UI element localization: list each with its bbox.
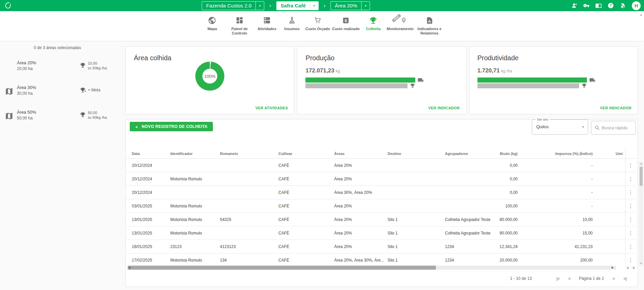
nav-colheita[interactable]: Colheita xyxy=(361,16,386,31)
col-areas[interactable]: Áreas xyxy=(334,152,388,156)
area-list-item[interactable]: Área 50% 50,00 ha 50,00sc 60kg /ha xyxy=(0,107,117,127)
aegro-logo-icon[interactable] xyxy=(4,2,12,9)
row-menu-button[interactable]: ⋮ xyxy=(625,213,636,226)
nav-atividades[interactable]: Atividades xyxy=(254,16,279,31)
scroll-down-icon[interactable]: ▼ xyxy=(639,262,643,265)
area-list-item[interactable]: Área 20% 20,00 ha 10,00sc 60kg /ha xyxy=(0,58,117,77)
trophy-icon xyxy=(581,83,587,88)
cell-areas: Área 20% xyxy=(334,204,388,208)
scrollbar-thumb[interactable] xyxy=(640,167,643,186)
cell-destino: Silo 1 xyxy=(388,217,445,222)
row-menu-button[interactable]: ⋮ xyxy=(625,159,636,172)
view-in-select[interactable]: Ver em Quilos ▾ xyxy=(532,119,588,135)
table-row[interactable]: 20/12/2024Motorista RomuloCAFÉÁrea 20%0,… xyxy=(126,172,625,186)
scroll-up-icon[interactable]: ▲ xyxy=(639,162,643,165)
area-selector[interactable]: Área 20% ▾ xyxy=(330,1,370,10)
nav-label: Insumos xyxy=(284,27,299,31)
row-menu-button[interactable]: ⋮ xyxy=(625,186,636,199)
nav-custo-orcado[interactable]: Custo Orçado xyxy=(304,16,331,31)
season-selector[interactable]: Safra Café ▾ xyxy=(276,1,319,10)
col-bruto[interactable]: Bruto (kg) xyxy=(494,152,518,156)
scroll-right-icon[interactable]: ▶ xyxy=(633,266,635,269)
col-cultivar[interactable]: Cultivar xyxy=(278,152,334,156)
cell-bruto: 20.000,00 xyxy=(494,258,518,263)
productivity-value: 1.720,71 xyxy=(477,67,500,74)
view-in-value: Quilos xyxy=(536,124,549,129)
next-page-button[interactable]: > xyxy=(612,276,615,281)
page-scroll-up-icon[interactable]: ▲ xyxy=(639,12,643,18)
area-list-item[interactable]: Área 30% 30,00 ha + + Meta xyxy=(0,82,117,102)
cell-identifier: Motorista Romulo xyxy=(170,231,220,236)
table-row[interactable]: 20/12/2024CAFÉÁrea 20%0,00- xyxy=(126,159,625,172)
cell-cultivar: CAFÉ xyxy=(278,217,334,222)
ver-indicador-link[interactable]: VER INDICADOR xyxy=(428,106,460,110)
key-icon[interactable] xyxy=(583,2,590,9)
cell-date: 13/01/2025 xyxy=(132,231,170,236)
goal-value: 10,00 xyxy=(88,61,97,65)
nav-indicadores-relatorios[interactable]: Indicadores e Relatórios xyxy=(415,16,444,36)
col-romaneio[interactable]: Romaneio xyxy=(220,152,278,156)
cell-bruto: 0,00 xyxy=(494,163,518,168)
dollar-box-icon: $ xyxy=(342,16,350,25)
area-goal: 50,00sc 60kg /ha xyxy=(80,110,107,120)
quick-search[interactable] xyxy=(591,121,636,135)
book-icon[interactable] xyxy=(595,2,602,9)
col-agrupadores[interactable]: Agrupadores xyxy=(445,152,494,156)
nav-mapa[interactable]: Mapa xyxy=(200,16,225,31)
farm-selector[interactable]: Fazenda Custos 2.0 ▾ xyxy=(202,1,264,10)
nav-label: Monitoramento xyxy=(387,27,414,31)
production-unit: kg xyxy=(336,69,340,73)
cell-romaneio: 4123123 xyxy=(220,244,278,249)
ver-indicador-link[interactable]: VER INDICADOR xyxy=(600,106,631,110)
row-menu-button[interactable]: ⋮ xyxy=(625,226,636,240)
row-menu-button[interactable]: ⋮ xyxy=(625,172,636,186)
table-row[interactable]: 13/01/2025Motorista RomuloCAFÉÁrea 20%Si… xyxy=(126,226,625,240)
add-goal-button[interactable]: + + Meta xyxy=(80,86,100,94)
col-umidade[interactable]: Umi xyxy=(616,149,625,159)
cell-agrupadores: Colheita Agrupador Teste xyxy=(445,231,494,236)
col-destino[interactable]: Destino xyxy=(388,152,445,156)
person-add-icon[interactable] xyxy=(571,2,577,9)
col-data[interactable]: Data xyxy=(132,152,170,156)
table-row[interactable]: 17/02/2025Motorista Romulo134CAFÉÁrea 20… xyxy=(126,253,625,265)
cell-areas: Área 30%, Área 20% xyxy=(334,190,388,195)
pagination-page-label: Página 1 de 2 xyxy=(579,276,604,281)
table-row[interactable]: 03/01/2025Motorista RomuloCAFÉÁrea 20%10… xyxy=(126,199,625,213)
last-page-button[interactable]: >| xyxy=(623,276,626,281)
nav-custo-realizado[interactable]: $ Custo realizado xyxy=(331,16,361,31)
search-input[interactable] xyxy=(602,125,632,130)
actual-bar xyxy=(477,77,587,83)
nav-label: Indicadores e Relatórios xyxy=(416,27,443,36)
row-menu-button[interactable]: ⋮ xyxy=(625,240,636,253)
col-identificador[interactable]: Identificador xyxy=(170,152,220,156)
first-page-button[interactable]: |< xyxy=(556,276,560,281)
scroll-left-icon[interactable]: ◀ xyxy=(128,266,130,269)
row-menu-button[interactable]: ⋮ xyxy=(625,253,636,267)
scrollbar-thumb[interactable] xyxy=(128,266,436,270)
ver-atividades-link[interactable]: VER ATIVIDADES xyxy=(255,106,288,110)
nav-painel-de-controle[interactable]: Painel de Controle xyxy=(225,16,254,36)
nav-insumos[interactable]: Insumos xyxy=(279,16,304,31)
scroll-left-icon[interactable]: ◀ xyxy=(626,266,628,269)
goal-bar xyxy=(477,83,579,88)
breadcrumb-separator-icon: › xyxy=(269,3,271,9)
nav-monitoramento[interactable]: PRO Monitoramento xyxy=(386,16,415,31)
production-value: 172.071,23 xyxy=(305,67,334,74)
table-row[interactable]: 20/12/2024CAFÉÁrea 30%, Área 20%0,00- xyxy=(126,186,625,199)
scroll-right-icon[interactable]: ▶ xyxy=(612,266,614,269)
prev-page-button[interactable]: < xyxy=(568,276,571,281)
row-menu-button[interactable]: ⋮ xyxy=(625,199,636,213)
cell-cultivar: CAFÉ xyxy=(278,258,334,263)
table-row[interactable]: 16/01/2025231234123123CAFÉÁrea 20%Silo 1… xyxy=(126,240,625,253)
cell-date: 20/12/2024 xyxy=(132,190,170,195)
cell-impureza: - xyxy=(518,204,593,208)
notifications-off-icon[interactable] xyxy=(620,2,626,9)
cell-date: 13/01/2025 xyxy=(132,217,170,222)
chevron-down-icon: ▾ xyxy=(361,2,370,10)
col-impureza[interactable]: Impureza (%) (Índice) xyxy=(518,152,593,156)
help-icon[interactable]: ? xyxy=(608,2,614,9)
table-row[interactable]: 13/01/2025Motorista Romulo54325CAFÉÁrea … xyxy=(126,213,625,226)
pagination: 1 - 10 de 13 |< < Página 1 de 2 > >| xyxy=(126,270,638,287)
avatar[interactable]: H xyxy=(632,1,641,10)
new-harvest-record-button[interactable]: + NOVO REGISTRO DE COLHEITA xyxy=(130,122,213,131)
